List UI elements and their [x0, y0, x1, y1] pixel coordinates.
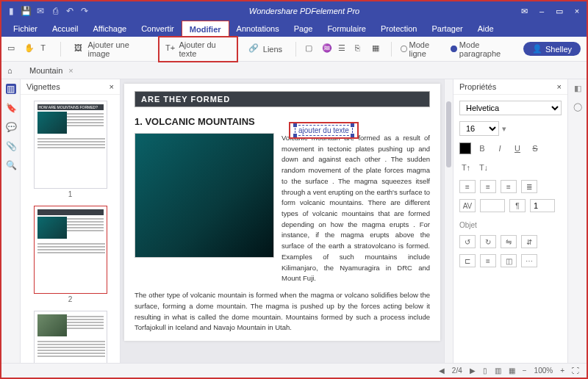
fullscreen-icon[interactable]: ⛶ [572, 367, 579, 375]
font-size-select[interactable]: 16 [459, 121, 499, 136]
bates-icon[interactable]: ⎘ [355, 43, 366, 55]
close-tab-icon[interactable]: × [68, 66, 73, 75]
menu-partager[interactable]: Partager [424, 21, 470, 37]
user-pill[interactable]: 👤 Shelley [523, 42, 581, 56]
obj-distribute-button[interactable]: ◫ [501, 254, 517, 267]
thumbnails-icon[interactable]: ▥ [6, 84, 16, 94]
next-page-button[interactable]: ▶ [470, 367, 476, 375]
save-icon[interactable]: 💾 [21, 6, 31, 16]
menu-convertir[interactable]: Convertir [134, 21, 182, 37]
notify-icon[interactable]: ✉ [519, 7, 529, 16]
hand-tool-icon[interactable]: ✋ [24, 43, 35, 55]
spacing-row: AV ¶ [459, 199, 562, 212]
thumbnail-page-3[interactable] [34, 311, 107, 363]
align-justify-button[interactable]: ≣ [521, 180, 537, 193]
prev-page-button[interactable]: ◀ [439, 367, 445, 375]
obj-align-center-button[interactable]: ≡ [480, 254, 496, 267]
line-spacing-input[interactable] [530, 199, 555, 212]
thumbnails-list[interactable]: HOW ARE MOUNTAINS FORMED? 1 2 [21, 95, 120, 363]
char-spacing-input[interactable] [480, 199, 505, 212]
menu-modifier[interactable]: Modifier [182, 21, 229, 37]
menu-fichier[interactable]: Fichier [6, 21, 45, 37]
close-button[interactable]: × [572, 7, 582, 15]
menu-accueil[interactable]: Accueil [45, 21, 85, 37]
char-spacing-button[interactable]: AV [459, 199, 476, 212]
app-title: Wondershare PDFelement Pro [90, 7, 519, 15]
flip-h-button[interactable]: ⇋ [501, 235, 517, 248]
maximize-button[interactable]: ▭ [554, 7, 564, 16]
font-size-chevron-icon[interactable]: ▾ [502, 124, 506, 134]
menu-formulaire[interactable]: Formulaire [320, 21, 373, 37]
watermark-icon[interactable]: ♒ [322, 43, 333, 55]
add-image-button[interactable]: 🖼 Ajouter une image [70, 39, 152, 59]
bold-button[interactable]: B [476, 142, 489, 155]
strike-button[interactable]: S [528, 142, 542, 155]
home-icon[interactable]: ⌂ [7, 66, 18, 75]
menu-page[interactable]: Page [287, 21, 320, 37]
select-tool-icon[interactable]: ▭ [7, 43, 18, 55]
page-column-text: Volcanic mountain are formed as a result… [282, 133, 430, 284]
zoom-out-button[interactable]: − [523, 367, 527, 375]
right-nav-strip: ◧ ◯ [567, 79, 587, 363]
document-canvas[interactable]: ARE THEY FORMED 1. VOLCANIC MOUNTAINS aj… [121, 79, 444, 363]
superscript-button[interactable]: T↑ [459, 161, 473, 174]
text-style-row: B I U S [459, 142, 562, 155]
zoom-in-button[interactable]: + [560, 367, 564, 375]
menu-affichage[interactable]: Affichage [85, 21, 134, 37]
subscript-button[interactable]: T↓ [477, 161, 490, 174]
app-logo-icon: ▮ [6, 6, 16, 16]
scrollbar-thumb[interactable] [446, 101, 451, 167]
properties-close-icon[interactable]: × [557, 82, 562, 91]
shapes-icon[interactable]: ◯ [573, 102, 582, 112]
menu-aide[interactable]: Aide [470, 21, 501, 37]
flip-v-button[interactable]: ⇵ [521, 235, 537, 248]
rotate-left-button[interactable]: ↺ [459, 235, 476, 248]
attachments-icon[interactable]: 📎 [6, 141, 16, 151]
bookmarks-icon[interactable]: 🔖 [6, 103, 16, 113]
mail-icon[interactable]: ✉ [35, 6, 46, 16]
add-text-button[interactable]: T+ Ajouter du texte [158, 36, 238, 62]
page-total: /4 [456, 367, 462, 375]
thumbnail-page-2[interactable] [34, 206, 107, 294]
underline-button[interactable]: U [511, 142, 524, 155]
menu-protection[interactable]: Protection [373, 21, 425, 37]
add-text-insertion-box[interactable]: ajouter du texte [289, 122, 359, 139]
background-icon[interactable]: ▦ [372, 43, 383, 55]
add-text-label: Ajouter du texte [179, 40, 231, 58]
undo-icon[interactable]: ↶ [65, 6, 75, 16]
obj-align-left-button[interactable]: ⊏ [459, 254, 476, 267]
view-continuous-icon[interactable]: ▥ [495, 367, 501, 375]
line-spacing-button[interactable]: ¶ [509, 199, 526, 212]
thumbnail-page-1[interactable]: HOW ARE MOUNTAINS FORMED? [34, 101, 107, 189]
align-right-button[interactable]: ≡ [501, 180, 517, 193]
minimize-button[interactable]: – [537, 7, 547, 15]
vertical-scrollbar[interactable] [444, 79, 453, 363]
menu-annotations[interactable]: Annotations [229, 21, 287, 37]
text-icon: T+ [165, 43, 176, 55]
font-family-select[interactable]: Helvetica [459, 101, 562, 115]
document-tab[interactable]: Mountain × [24, 66, 79, 75]
links-button[interactable]: 🔗 Liens [244, 42, 287, 57]
add-image-label: Ajouter une image [87, 40, 147, 58]
italic-button[interactable]: I [493, 142, 506, 155]
mode-paragraph-radio[interactable]: Mode paragraphe [451, 40, 517, 58]
edit-tool-icon[interactable]: T [40, 43, 51, 55]
align-left-button[interactable]: ≡ [459, 180, 476, 193]
print-icon[interactable]: ⎙ [50, 6, 60, 16]
header-icon[interactable]: ☰ [338, 43, 349, 55]
color-swatch[interactable] [459, 142, 471, 154]
view-single-icon[interactable]: ▯ [483, 367, 487, 375]
link-icon: 🔗 [248, 43, 260, 55]
mode-paragraph-label: Mode paragraphe [459, 40, 517, 58]
crop-icon[interactable]: ▢ [305, 43, 316, 55]
thumbnails-close-icon[interactable]: × [110, 82, 114, 91]
mode-line-radio[interactable]: Mode ligne [401, 40, 445, 58]
rotate-right-button[interactable]: ↻ [480, 235, 496, 248]
panel-toggle-icon[interactable]: ◧ [574, 84, 581, 93]
search-icon[interactable]: 🔍 [6, 160, 16, 170]
view-facing-icon[interactable]: ▦ [509, 367, 515, 375]
redo-icon[interactable]: ↷ [79, 6, 90, 16]
comments-icon[interactable]: 💬 [6, 122, 16, 132]
align-center-button[interactable]: ≡ [480, 180, 496, 193]
obj-more-button[interactable]: ⋯ [521, 254, 537, 267]
